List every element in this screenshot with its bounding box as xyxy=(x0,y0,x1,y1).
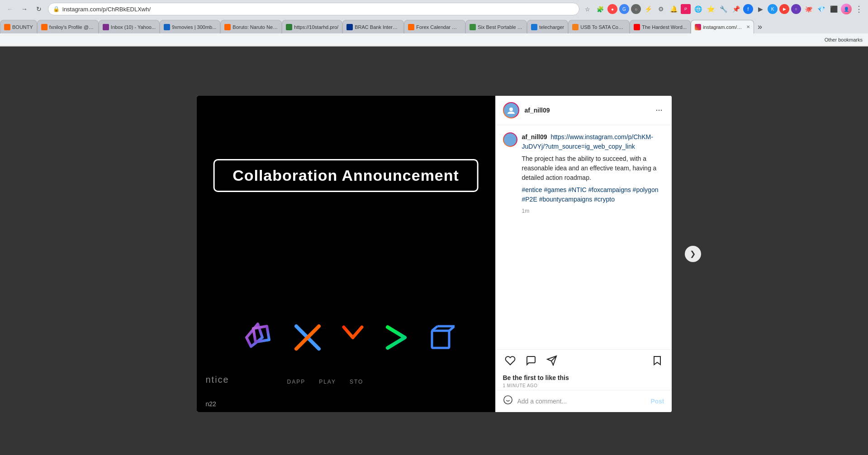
tab-close-instagram[interactable]: ✕ xyxy=(746,24,750,29)
profile-button[interactable]: 👤 xyxy=(841,4,852,14)
tab-inbox[interactable]: Inbox (10) - Yahoo... xyxy=(99,20,160,33)
tab-label-forex: Forex Calendar @ F... xyxy=(416,24,461,30)
forward-button[interactable]: → xyxy=(18,3,31,15)
tab-favicon-usb xyxy=(572,24,579,30)
ext-17[interactable]: ⬛ xyxy=(828,4,839,14)
tab-favicon-forex xyxy=(408,24,414,30)
tab-favicon-9xmovies xyxy=(164,24,170,30)
next-post-button[interactable]: ❯ xyxy=(685,246,701,262)
caption-hashtags: #entice #games #NTIC #foxcampaigns #poly… xyxy=(522,185,664,204)
post-menu-button[interactable]: ··· xyxy=(654,105,664,115)
save-button[interactable] xyxy=(650,353,664,371)
more-tabs-button[interactable]: » xyxy=(754,22,766,32)
tab-label-fxniloy: fxniloy's Profile @ F... xyxy=(49,24,95,30)
ext-8[interactable]: 🔧 xyxy=(718,4,729,14)
tab-hardest[interactable]: The Hardest Word... xyxy=(630,20,691,33)
tab-favicon-inbox xyxy=(103,24,109,30)
ext-4[interactable]: 🔔 xyxy=(668,4,679,14)
ext-3[interactable]: ⚙ xyxy=(655,4,666,14)
bookmark-other[interactable]: Other bookmarks xyxy=(823,36,864,43)
svg-point-9 xyxy=(509,108,513,111)
tab-instagram-active[interactable]: instagram.com/p/... ✕ xyxy=(691,20,754,33)
tab-sixbest[interactable]: Six Best Portable O... xyxy=(465,20,527,33)
tab-label-hardest: The Hardest Word... xyxy=(642,24,687,30)
brand-sto: STO xyxy=(350,379,363,385)
like-button[interactable] xyxy=(503,353,517,371)
ext-15[interactable]: 🐙 xyxy=(803,4,814,14)
arrow-logo xyxy=(382,322,414,353)
brand-names: DAPP PLAY STO xyxy=(287,379,495,385)
ext-13[interactable]: ▶ xyxy=(779,4,789,14)
svg-rect-5 xyxy=(432,331,449,348)
tab-label-brac: BRAC Bank Internet... xyxy=(355,24,400,30)
svg-line-3 xyxy=(353,327,362,338)
entice-logo xyxy=(237,317,278,358)
y-logo xyxy=(337,322,369,353)
logos-area xyxy=(197,317,495,358)
tab-label-10starhd: https://10starhd.pro/ xyxy=(294,24,338,30)
tab-favicon-10starhd xyxy=(286,24,292,30)
main-area: Collaboration Announcement xyxy=(0,47,868,455)
tab-bounty[interactable]: BOUNTY xyxy=(0,20,37,33)
ext-12[interactable]: K xyxy=(768,4,778,14)
menu-button[interactable]: ⋮ xyxy=(854,4,864,14)
post-actions: Be the first to like this 1 MINUTE AGO xyxy=(496,349,672,390)
action-icons xyxy=(503,353,664,371)
post-image-side: Collaboration Announcement xyxy=(197,96,495,412)
ext-raindrop[interactable]: ● xyxy=(607,4,617,14)
tab-favicon-bounty xyxy=(4,24,10,30)
tab-label-sixbest: Six Best Portable O... xyxy=(478,24,523,30)
tab-label-instagram-active: instagram.com/p/... xyxy=(703,24,744,30)
heart-icon xyxy=(505,355,516,369)
tab-label-inbox: Inbox (10) - Yahoo... xyxy=(111,24,156,30)
tab-favicon-telecharger xyxy=(531,24,537,30)
share-button[interactable] xyxy=(545,353,559,371)
emoji-icon xyxy=(503,395,513,405)
comment-button[interactable] xyxy=(524,353,538,371)
comment-icon xyxy=(526,355,536,369)
tab-forex[interactable]: Forex Calendar @ F... xyxy=(404,20,465,33)
box-logo xyxy=(427,324,455,351)
x-logo xyxy=(292,322,323,353)
tab-favicon-instagram xyxy=(695,24,701,30)
ext-6[interactable]: 🌐 xyxy=(693,4,703,14)
ext-14[interactable]: ○ xyxy=(791,4,801,14)
tab-usb[interactable]: USB To SATA Conve... xyxy=(568,20,630,33)
ext-10[interactable]: f xyxy=(743,4,753,14)
tab-brac[interactable]: BRAC Bank Internet... xyxy=(342,20,404,33)
ext-9[interactable]: 📌 xyxy=(730,4,741,14)
bookmark-other-label: Other bookmarks xyxy=(825,37,863,42)
tab-label-bounty: BOUNTY xyxy=(12,24,33,30)
ext-g[interactable]: G xyxy=(619,4,629,14)
reload-button[interactable]: ↻ xyxy=(33,3,45,15)
caption-text: The project has the ability to succeed, … xyxy=(522,154,664,183)
tab-favicon-sixbest xyxy=(470,24,476,30)
tab-fxniloy[interactable]: fxniloy's Profile @ F... xyxy=(37,20,99,33)
comment-input[interactable] xyxy=(517,398,646,405)
post-comment-button[interactable]: Post xyxy=(650,398,664,405)
tab-10starhd[interactable]: https://10starhd.pro/ xyxy=(282,20,342,33)
tab-favicon-boruto xyxy=(224,24,231,30)
ext-5[interactable]: P xyxy=(681,4,691,14)
ext-7[interactable]: ⭐ xyxy=(705,4,716,14)
extensions-button[interactable]: 🧩 xyxy=(595,4,606,14)
ext-2[interactable]: ⚡ xyxy=(643,4,654,14)
ext-1[interactable]: ○ xyxy=(631,4,641,14)
tab-label-boruto: Boruto: Naruto Nex... xyxy=(232,24,278,30)
emoji-button[interactable] xyxy=(503,395,513,408)
ext-11[interactable]: ▶ xyxy=(755,4,766,14)
tab-boruto[interactable]: Boruto: Naruto Nex... xyxy=(220,20,282,33)
address-bar[interactable]: 🔒 instagram.com/p/ChRBkEDLXwh/ xyxy=(48,3,579,15)
back-button[interactable]: ← xyxy=(4,3,16,15)
tab-telecharger[interactable]: telecharger xyxy=(527,20,568,33)
tab-9xmovies[interactable]: 9xmovies | 300mb... xyxy=(160,20,220,33)
ext-16[interactable]: 💎 xyxy=(816,4,826,14)
timestamp-label: 1 MINUTE AGO xyxy=(503,383,664,388)
brand-dapp: DAPP xyxy=(287,379,306,385)
post-modal: Collaboration Announcement xyxy=(197,96,672,412)
like-count: Be the first to like this xyxy=(503,374,664,381)
bookmark-star-button[interactable]: ☆ xyxy=(582,4,593,14)
user-avatar xyxy=(503,102,519,118)
collab-announcement-banner: Collaboration Announcement xyxy=(213,159,479,192)
post-header: af_nill09 ··· xyxy=(496,96,672,125)
